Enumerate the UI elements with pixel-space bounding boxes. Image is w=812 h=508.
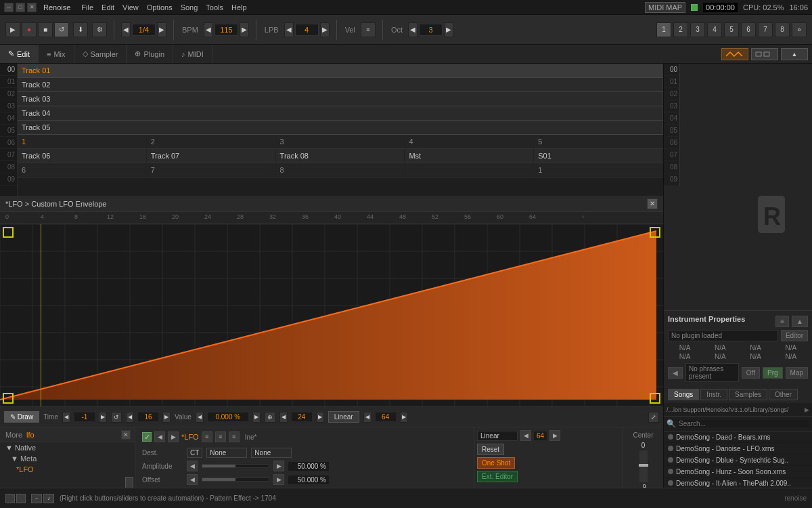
lfo-param-btn1[interactable]: ≡ <box>202 431 212 442</box>
midi-map-label[interactable]: MIDI MAP <box>645 2 685 13</box>
interp-prev-btn[interactable]: ◀ <box>279 412 288 423</box>
pat-btn-6[interactable]: 6 <box>741 22 756 37</box>
status-wave-btn[interactable]: ~ <box>31 494 42 503</box>
songs-list[interactable]: DemoSong - Daed - Bears.xrnsDemoSong - D… <box>664 431 812 489</box>
time-next-btn[interactable]: ▶ <box>99 412 107 423</box>
status-btn-1[interactable] <box>5 494 15 503</box>
lfo-expand-btn[interactable]: ⤢ <box>648 412 659 423</box>
track-03-header[interactable]: Track 03 <box>18 92 663 106</box>
download-btn[interactable]: ⬇ <box>73 22 88 37</box>
lpb-prev-btn[interactable]: ◀ <box>284 22 294 37</box>
pattern-next-btn[interactable]: ▶ <box>157 22 166 37</box>
win-maximize-btn[interactable]: □ <box>16 3 25 12</box>
pat-btn-8[interactable]: 8 <box>775 22 790 37</box>
tab-other[interactable]: Other <box>769 389 798 400</box>
volume-fader[interactable] <box>639 450 648 482</box>
menu-help[interactable]: Help <box>231 3 247 12</box>
reset-btn[interactable]: Reset <box>477 444 504 455</box>
oct-prev-btn[interactable]: ◀ <box>408 22 418 37</box>
dest-none1[interactable]: None <box>206 448 247 458</box>
lfo-zoom-next-btn[interactable]: ▶ <box>400 412 408 423</box>
song-item-3[interactable]: DemoSong - Hunz - Soon Soon.xrns <box>664 466 812 478</box>
track-mst-name[interactable]: Mst <box>405 149 534 163</box>
pan-expand-btn[interactable]: » <box>792 22 807 37</box>
ip-editor-btn[interactable]: Editor <box>781 330 808 341</box>
song-item-0[interactable]: DemoSong - Daed - Bears.xrns <box>664 431 812 443</box>
ip-plugin-dropdown[interactable]: No plugin loaded <box>668 330 778 341</box>
win-close-btn[interactable]: ✕ <box>27 3 37 12</box>
settings-btn[interactable]: ⚙ <box>92 22 107 37</box>
interp-mode-btn[interactable]: Linear <box>328 411 359 423</box>
status-btn-2[interactable] <box>16 494 26 503</box>
amp-next-btn[interactable]: ▶ <box>273 461 284 471</box>
bpm-prev-btn[interactable]: ◀ <box>204 22 213 37</box>
steps-prev-btn[interactable]: ◀ <box>126 412 134 423</box>
track-s01-name[interactable]: S01 <box>534 149 663 163</box>
dest-value[interactable]: CT <box>187 448 202 458</box>
value-next-btn[interactable]: ▶ <box>252 412 261 423</box>
ip-off-btn[interactable]: Off <box>742 367 760 379</box>
menu-file[interactable]: File <box>81 3 93 12</box>
song-item-1[interactable]: DemoSong - Danoise - LFO.xrns <box>664 443 812 454</box>
lfo-mini-next-btn[interactable]: ▶ <box>549 430 560 441</box>
track-04-header[interactable]: Track 04 <box>18 106 663 121</box>
tab-songs[interactable]: Songs <box>668 389 699 400</box>
pat-btn-3[interactable]: 3 <box>690 22 705 37</box>
song-item-2[interactable]: DemoSong - Dblue - Syntechtic Sug.. <box>664 454 812 466</box>
record-btn[interactable]: ● <box>22 22 37 37</box>
menu-song[interactable]: Song <box>181 3 198 12</box>
volume-handle[interactable] <box>639 464 648 467</box>
waveform-toggle-2[interactable] <box>751 48 778 60</box>
track-07-name[interactable]: Track 07 <box>147 149 276 163</box>
oct-next-btn[interactable]: ▶ <box>444 22 453 37</box>
ext-editor-btn[interactable]: Ext. Editor <box>477 471 518 482</box>
one-shot-btn[interactable]: One Shot <box>477 457 515 469</box>
ip-prg-btn[interactable]: Prg <box>763 367 783 379</box>
menu-view[interactable]: View <box>122 3 139 12</box>
tree-item-meta[interactable]: ▼ Meta <box>0 453 135 464</box>
pattern-prev-btn[interactable]: ◀ <box>121 22 131 37</box>
lfo-ctrl-btn2[interactable]: ↺ <box>111 412 122 423</box>
lfo-close-btn[interactable]: ✕ <box>647 198 658 209</box>
menu-edit[interactable]: Edit <box>102 3 114 12</box>
lfo-zoom-prev-btn[interactable]: ◀ <box>363 412 371 423</box>
vel-btn[interactable]: ≡ <box>361 22 376 37</box>
track-01-header[interactable]: Track 01 <box>18 64 663 78</box>
steps-next-btn[interactable]: ▶ <box>162 412 171 423</box>
ip-phrases-dropdown[interactable]: No phrases present <box>685 363 739 382</box>
stop-btn[interactable]: ■ <box>38 22 53 37</box>
ip-phrases-prev-btn[interactable]: ◀ <box>668 367 683 379</box>
ip-map-btn[interactable]: Map <box>786 367 808 379</box>
tab-sampler[interactable]: ◇ Sampler <box>74 45 127 63</box>
track-02-header[interactable]: Track 02 <box>18 78 663 92</box>
draw-btn[interactable]: ✎ Draw <box>4 411 39 423</box>
ip-expand-btn[interactable]: ▲ <box>792 316 808 327</box>
dest-none2[interactable]: None <box>251 448 292 458</box>
value-prev-btn[interactable]: ◀ <box>196 412 204 423</box>
search-input[interactable] <box>679 420 809 427</box>
lfo-param-btn3[interactable]: ≡ <box>229 431 240 442</box>
tree-close-btn[interactable]: ✕ <box>121 430 131 440</box>
loop-btn[interactable]: ↺ <box>54 22 69 37</box>
pat-btn-2[interactable]: 2 <box>673 22 688 37</box>
win-minimize-btn[interactable]: ─ <box>4 3 14 12</box>
play-btn[interactable]: ▶ <box>5 22 20 37</box>
offset-next-btn[interactable]: ▶ <box>273 474 284 485</box>
lfo-param-name-next[interactable]: ▶ <box>168 431 179 442</box>
pat-btn-7[interactable]: 7 <box>758 22 773 37</box>
amplitude-slider[interactable] <box>202 464 269 468</box>
lfo-waveform-canvas[interactable] <box>0 224 663 406</box>
time-prev-btn[interactable]: ◀ <box>62 412 70 423</box>
lfo-mode-dropdown[interactable]: Linear <box>477 431 518 441</box>
waveform-toggle-1[interactable] <box>721 48 748 60</box>
lfo-param-name-prev[interactable]: ◀ <box>154 431 165 442</box>
menu-tools[interactable]: Tools <box>206 3 223 12</box>
lfo-ctrl-btn3[interactable]: ⊕ <box>265 412 275 423</box>
lfo-canvas[interactable] <box>0 224 663 406</box>
interp-next-btn[interactable]: ▶ <box>316 412 324 423</box>
status-note-btn[interactable]: ♪ <box>43 494 54 503</box>
tree-item-native[interactable]: ▼ Native <box>0 442 135 453</box>
tab-samples[interactable]: Samples <box>729 389 767 400</box>
pat-btn-5[interactable]: 5 <box>724 22 739 37</box>
lfo-mini-prev-btn[interactable]: ◀ <box>520 430 531 441</box>
